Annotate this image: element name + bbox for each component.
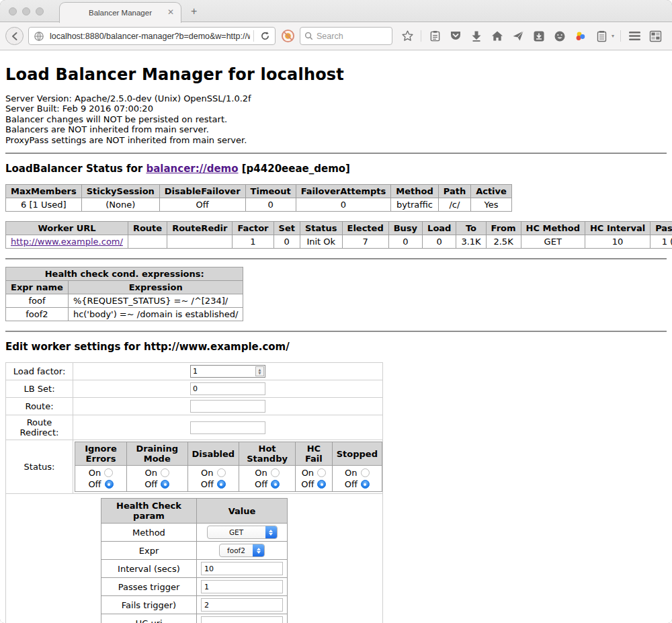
extension-colors-icon[interactable] xyxy=(573,29,588,44)
stopped-cell: On Off xyxy=(332,466,382,492)
col-draining-mode: Draining Mode xyxy=(126,442,187,466)
tab-groups-icon[interactable] xyxy=(648,29,663,44)
draining-mode-off-radio[interactable] xyxy=(161,480,169,489)
disabled-off-radio[interactable] xyxy=(217,480,226,489)
ignore-errors-off-radio[interactable] xyxy=(105,480,114,489)
bookmark-star-icon[interactable] xyxy=(400,29,415,44)
disabled-on-radio[interactable] xyxy=(217,468,226,477)
cell-worker-url: http://www.example.com/ xyxy=(6,235,128,249)
worker-data-row: http://www.example.com/ 1 0 Init Ok 7 0 … xyxy=(6,235,672,249)
select-stepper-icon xyxy=(265,526,277,538)
pocket-icon[interactable] xyxy=(448,29,463,44)
load-factor-label: Load factor: xyxy=(6,363,73,380)
hc-fail-on-radio[interactable] xyxy=(317,468,326,477)
back-button[interactable] xyxy=(5,27,24,45)
lb-set-input[interactable] xyxy=(190,382,265,395)
tab-close-icon[interactable]: ✕ xyxy=(167,8,174,16)
col-stickysession: StickySession xyxy=(81,185,159,198)
ignore-errors-on-radio[interactable] xyxy=(104,468,113,477)
cell-failoverattempts: 0 xyxy=(296,198,391,212)
menu-hamburger-icon[interactable] xyxy=(627,29,642,44)
hot-standby-off-radio[interactable] xyxy=(271,480,280,489)
server-built: Server Built: Feb 9 2016 07:00:20 xyxy=(5,103,667,114)
cell-elected: 7 xyxy=(342,235,388,249)
col-disabled: Disabled xyxy=(187,442,239,466)
downloads-icon[interactable] xyxy=(469,29,484,44)
worker-header-row: Worker URL Route RouteRedir Factor Set S… xyxy=(6,222,672,235)
home-icon[interactable] xyxy=(490,29,505,44)
divider xyxy=(5,153,667,154)
route-redirect-label: Route Redirect: xyxy=(6,415,73,440)
cell-status: Init Ok xyxy=(300,235,342,249)
route-redirect-input[interactable] xyxy=(190,421,265,434)
hc-fail-off-radio[interactable] xyxy=(317,480,326,489)
col-routeredir: RouteRedir xyxy=(167,222,233,235)
send-tab-icon[interactable] xyxy=(511,29,526,44)
col-disablefailover: DisableFailover xyxy=(159,185,245,198)
lb-status-prefix: LoadBalancer Status for xyxy=(5,163,146,175)
expr-table-title: Health check cond. expressions: xyxy=(6,267,243,281)
feedback-smiley-icon[interactable] xyxy=(552,29,567,44)
method-select[interactable]: GET xyxy=(207,526,278,539)
status-header-row: Ignore Errors Draining Mode Disabled Hot… xyxy=(75,442,382,466)
minimize-window-button[interactable] xyxy=(22,7,30,15)
search-bar[interactable]: Search xyxy=(300,27,392,45)
on-label: On xyxy=(345,467,357,479)
load-factor-input[interactable]: ▲▼ xyxy=(190,365,265,378)
expr-row-foof: foof %{REQUEST_STATUS} =~ /^[234]/ xyxy=(6,294,243,308)
sidebar-caret-icon[interactable]: ▾ xyxy=(612,33,614,39)
number-stepper-icon[interactable]: ▲▼ xyxy=(255,366,264,376)
reading-list-icon[interactable] xyxy=(427,29,442,44)
route-input[interactable] xyxy=(190,400,265,413)
expr-header-row: Expr name Expression xyxy=(6,281,243,294)
cell-maxmembers: 6 [1 Used] xyxy=(6,198,82,212)
site-identity-globe-icon[interactable] xyxy=(32,29,46,44)
browser-window: Balancer Manager ✕ + localhost:8880/bala… xyxy=(0,0,672,623)
hc-fails-row: Fails trigger) xyxy=(101,596,288,614)
off-label: Off xyxy=(144,479,157,490)
hc-fails-label: Fails trigger) xyxy=(101,596,197,614)
zoom-window-button[interactable] xyxy=(36,7,44,15)
balancer-demo-link[interactable]: balancer://demo xyxy=(146,163,238,175)
hot-standby-on-radio[interactable] xyxy=(271,468,280,477)
interval-input[interactable] xyxy=(201,562,283,575)
panel-download-icon[interactable] xyxy=(532,29,546,44)
url-input[interactable]: localhost:8880/balancer-manager?b=demo&w… xyxy=(50,32,250,41)
hc-uri-label: HC uri xyxy=(101,614,197,623)
route-label: Route: xyxy=(6,398,73,415)
expr-select[interactable]: foof2 xyxy=(219,544,265,557)
reload-icon[interactable] xyxy=(257,29,272,44)
stopped-off-radio[interactable] xyxy=(361,480,370,489)
sidebar-list-icon[interactable] xyxy=(594,29,609,44)
on-label: On xyxy=(89,467,101,479)
load-factor-field[interactable] xyxy=(191,367,255,376)
worker-url-link[interactable]: http://www.example.com/ xyxy=(11,237,123,247)
fails-input[interactable] xyxy=(201,598,283,612)
passes-input[interactable] xyxy=(201,580,283,593)
cell-stickysession: (None) xyxy=(81,198,159,212)
cell-method: bytraffic xyxy=(391,198,438,212)
search-input[interactable]: Search xyxy=(317,32,343,41)
hc-expr-label: Expr xyxy=(101,542,197,560)
hc-uri-input[interactable] xyxy=(201,616,283,623)
col-timeout: Timeout xyxy=(245,185,296,198)
adblock-disabled-icon[interactable] xyxy=(280,29,295,44)
expr-select-value: foof2 xyxy=(220,546,253,554)
cell-passes: 1 (0) xyxy=(650,235,672,249)
hc-expr-row: Expr foof2 xyxy=(101,542,288,560)
hc-interval-row: Interval (secs) xyxy=(101,560,288,578)
col-expression: Expression xyxy=(68,281,243,294)
draining-mode-on-radio[interactable] xyxy=(161,468,169,477)
new-tab-button[interactable]: + xyxy=(191,5,197,17)
worker-table: Worker URL Route RouteRedir Factor Set S… xyxy=(5,221,672,249)
url-bar[interactable]: localhost:8880/balancer-manager?b=demo&w… xyxy=(28,27,276,45)
hc-fail-cell: On Off xyxy=(296,466,333,492)
divider xyxy=(5,258,667,259)
stopped-on-radio[interactable] xyxy=(361,468,370,477)
close-window-button[interactable] xyxy=(9,7,17,15)
expr-title-row: Health check cond. expressions: xyxy=(6,267,243,281)
hc-passes-label: Passes trigger xyxy=(101,578,197,596)
edit-worker-heading: Edit worker settings for http://www.exam… xyxy=(5,341,667,353)
balancer-status-table: MaxMembers StickySession DisableFailover… xyxy=(5,184,512,212)
tab-balancer-manager[interactable]: Balancer Manager ✕ xyxy=(59,2,181,23)
